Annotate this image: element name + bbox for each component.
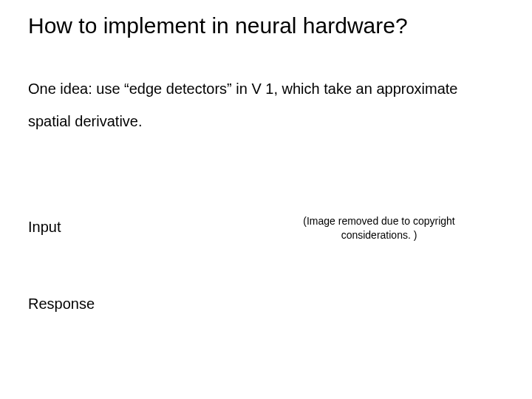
input-label: Input <box>28 219 61 236</box>
slide-body-text: One idea: use “edge detectors” in V 1, w… <box>28 72 504 137</box>
image-removed-notice: (Image removed due to copyright consider… <box>294 214 464 242</box>
response-label: Response <box>28 296 95 313</box>
slide-title: How to implement in neural hardware? <box>28 13 408 38</box>
